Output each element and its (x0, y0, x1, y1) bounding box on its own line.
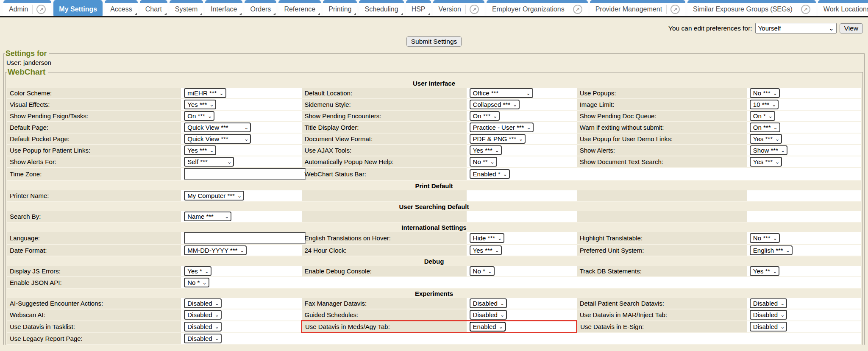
webchart-legend: WebChart (7, 67, 48, 77)
date-format-select[interactable]: MM-DD-YYYY ***⌄ (184, 245, 247, 255)
track-db-statements-select[interactable]: Yes **⌄ (750, 266, 779, 276)
tab-reference[interactable]: Reference (278, 0, 321, 16)
control-cell: PDF & PNG ***⌄ (467, 133, 577, 145)
use-datavis-in-tasklist-select[interactable]: Disabled⌄ (184, 322, 221, 332)
submit-settings-button[interactable]: Submit Settings (406, 36, 462, 47)
use-ajax-tools-select[interactable]: Yes ***⌄ (470, 145, 502, 155)
empty-control-cell (747, 190, 861, 201)
printer-name-select[interactable]: My Computer ***⌄ (184, 191, 244, 201)
settings-row: Use Datavis in Tasklist:Disabled⌄Use Dat… (7, 321, 861, 333)
tab-label: Printing (328, 6, 351, 13)
fax-manager-datavis-select[interactable]: Disabled⌄ (470, 298, 507, 308)
settings-for-legend: Settings for (5, 49, 49, 58)
open-popup-icon[interactable]: ↗ (801, 5, 810, 14)
tab-hsp[interactable]: HSP (406, 0, 431, 16)
enable-debug-console-select[interactable]: No *⌄ (470, 266, 495, 276)
ai-suggested-encounter-actions-select[interactable]: Disabled⌄ (184, 298, 221, 308)
tab-my-settings[interactable]: My Settings (53, 0, 103, 16)
chevron-down-icon: ⌄ (503, 171, 507, 177)
tab-system[interactable]: System (170, 0, 203, 16)
language-input[interactable] (184, 232, 306, 244)
use-datavis-in-mar-inject-tab-select[interactable]: Disabled⌄ (750, 310, 787, 320)
guided-schedules-select[interactable]: Disabled⌄ (470, 310, 507, 320)
chevron-down-icon: ⌄ (513, 102, 517, 108)
use-popup-for-user-demo-links-select[interactable]: Yes ***⌄ (750, 134, 782, 144)
select-value: On * (753, 112, 766, 120)
tab-employer-organizations[interactable]: Employer Organizations↗ (487, 0, 588, 16)
select-value: Disabled (753, 311, 778, 318)
show-document-text-search-select[interactable]: Yes ***⌄ (750, 157, 782, 167)
detail-patient-search-datavis-select[interactable]: Disabled⌄ (750, 298, 787, 308)
open-popup-icon[interactable]: ↗ (573, 5, 582, 14)
default-pocket-page-select[interactable]: Quick View ***⌄ (184, 134, 251, 144)
tab-work-locations[interactable]: Work Locations↗ (818, 0, 868, 16)
tab-printing[interactable]: Printing (323, 0, 357, 16)
time-zone-input[interactable] (184, 168, 306, 180)
highlight-translatable-select[interactable]: No ***⌄ (750, 233, 780, 243)
automatically-popup-new-help-label: Automatically Popup New Help: (302, 156, 467, 167)
warn-if-exiting-without-submit-select[interactable]: On ***⌄ (750, 123, 780, 132)
control-cell: Disabled⌄ (747, 309, 861, 321)
default-location-select[interactable]: Office ***⌄ (470, 88, 533, 98)
sidemenu-style-select[interactable]: Collapsed ***⌄ (470, 100, 520, 109)
chevron-down-icon: ⌄ (209, 102, 214, 108)
chevron-down-icon: ⌄ (215, 335, 219, 341)
open-popup-icon[interactable]: ↗ (470, 5, 479, 14)
webchart-status-bar-select[interactable]: Enabled *⌄ (470, 169, 510, 179)
preferences-for-label: You can edit preferences for: (668, 25, 752, 32)
tab-scheduling[interactable]: Scheduling (359, 0, 403, 16)
image-limit-select[interactable]: 10 ***⌄ (750, 100, 779, 109)
use-datavis-in-e-sign-select[interactable]: Disabled⌄ (750, 322, 787, 332)
open-popup-icon[interactable]: ↗ (670, 5, 680, 14)
color-scheme-select[interactable]: miEHR ***⌄ (184, 88, 226, 98)
view-button[interactable]: View (840, 23, 863, 33)
show-alerts-select[interactable]: Show ***⌄ (750, 145, 787, 155)
use-popups-select[interactable]: No ***⌄ (750, 88, 780, 98)
tab-label: My Settings (59, 6, 97, 13)
control-cell: Yes *⌄ (181, 266, 301, 277)
tab-chart[interactable]: Chart (140, 0, 167, 16)
chevron-down-icon: ⌄ (519, 136, 523, 142)
english-translations-on-hover-select[interactable]: Hide ***⌄ (470, 233, 505, 243)
tab-provider-management[interactable]: Provider Management↗ (590, 0, 685, 16)
tab-interface[interactable]: Interface (205, 0, 242, 16)
section-header-experiments: Experiments (7, 288, 861, 298)
use-popup-for-patient-links-select[interactable]: Yes ***⌄ (184, 145, 216, 155)
use-popup-for-user-demo-links-label: Use Popup for User Demo Links: (577, 133, 747, 145)
use-datavis-in-meds-agy-tab-select[interactable]: Enabled⌄ (470, 322, 506, 332)
open-popup-icon[interactable]: ↗ (36, 5, 46, 14)
chevron-down-icon: ⌄ (237, 193, 242, 199)
show-pending-encounters-select[interactable]: On ***⌄ (470, 111, 500, 121)
chevron-down-icon: ⌄ (215, 301, 219, 306)
preferences-for-select[interactable]: Yourself ⌄ (755, 23, 837, 33)
title-display-order-select[interactable]: Practice - User ***⌄ (470, 123, 534, 132)
tab-admin[interactable]: Admin↗ (3, 0, 51, 16)
webscan-ai-select[interactable]: Disabled⌄ (184, 310, 221, 320)
tab-access[interactable]: Access (105, 0, 138, 16)
visual-effects-select[interactable]: Yes ***⌄ (184, 100, 216, 109)
document-view-format-select[interactable]: PDF & PNG ***⌄ (470, 134, 526, 144)
show-pending-doc-queue-select[interactable]: On *⌄ (750, 111, 775, 121)
show-alerts-for-select[interactable]: Self ***⌄ (184, 157, 234, 167)
search-by-select[interactable]: Name ***⌄ (184, 212, 231, 221)
tab-similar-exposure-groups-segs[interactable]: Similar Exposure Groups (SEGs)↗ (687, 0, 816, 16)
control-cell (181, 167, 301, 181)
display-js-errors-select[interactable]: Yes *⌄ (184, 266, 211, 276)
tab-orders[interactable]: Orders (245, 0, 276, 16)
menu-triangle-icon (239, 13, 242, 15)
automatically-popup-new-help-select[interactable]: No **⌄ (470, 157, 497, 167)
preferred-unit-system-select[interactable]: English ***⌄ (750, 245, 793, 255)
select-value: Disabled (473, 300, 498, 307)
select-value: 10 *** (753, 101, 769, 108)
select-value: Yes *** (187, 101, 207, 108)
empty-span-cell (302, 277, 862, 288)
use-legacy-report-page-select[interactable]: Disabled⌄ (184, 334, 221, 343)
enable-json-api-select[interactable]: No *⌄ (184, 278, 209, 287)
select-value: Name *** (187, 213, 214, 220)
default-page-select[interactable]: Quick View ***⌄ (184, 123, 251, 132)
document-view-format-label: Document View Format: (302, 133, 467, 145)
select-value: Office *** (473, 89, 499, 97)
tab-version[interactable]: Version↗ (433, 0, 484, 16)
24-hour-clock-select[interactable]: Yes ***⌄ (470, 245, 502, 255)
show-pending-esign-tasks-select[interactable]: On ***⌄ (184, 111, 214, 121)
